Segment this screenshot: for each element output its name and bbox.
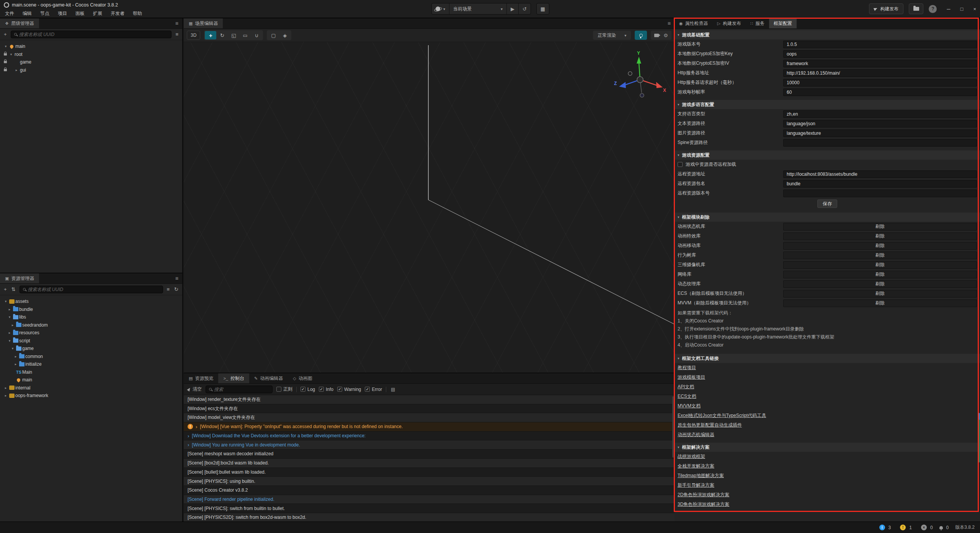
- hierarchy-search[interactable]: [11, 31, 172, 38]
- remove-module-button[interactable]: 剔除: [783, 242, 977, 250]
- field-input[interactable]: [783, 50, 977, 58]
- filter-icon[interactable]: ≡: [166, 286, 171, 292]
- asset-tree-row[interactable]: ▸ oops-framework: [0, 392, 182, 400]
- gear-icon[interactable]: ⚙: [663, 33, 668, 38]
- save-button[interactable]: 保存: [817, 199, 837, 208]
- play-button[interactable]: ▶: [507, 3, 519, 14]
- field-input[interactable]: [783, 170, 977, 178]
- solution-link[interactable]: 全栈开发解决方案: [678, 463, 714, 469]
- asset-tree-row[interactable]: TS Main: [0, 368, 182, 376]
- hierarchy-search-input[interactable]: [19, 32, 168, 37]
- remove-module-button[interactable]: 剔除: [783, 290, 977, 298]
- log-file-icon[interactable]: ▤: [391, 387, 395, 392]
- menu-item[interactable]: 节点: [36, 9, 54, 18]
- log-row[interactable]: [Scene] Forward render pipeline initiali…: [184, 495, 675, 504]
- chevron-icon[interactable]: ▸: [10, 323, 15, 327]
- chevron-icon[interactable]: ▸: [3, 394, 8, 397]
- doc-link[interactable]: 游戏模板项目: [678, 374, 705, 381]
- expand-icon[interactable]: ›: [196, 424, 197, 430]
- remove-module-button[interactable]: 剔除: [783, 232, 977, 240]
- regex-checkbox[interactable]: 正则: [276, 386, 292, 392]
- log-row[interactable]: [Window] model_view文件夹存在: [184, 413, 675, 422]
- assets-search-input[interactable]: [28, 287, 160, 292]
- rect-tool-button[interactable]: ▭: [239, 31, 251, 39]
- pivot-toggle-button[interactable]: ▢: [268, 31, 279, 39]
- warning-count-icon[interactable]: !: [900, 525, 906, 530]
- asset-tree-row[interactable]: ▾ assets: [0, 298, 182, 306]
- error-count-icon[interactable]: ×: [921, 525, 927, 530]
- field-input[interactable]: [783, 139, 977, 147]
- minimize-button[interactable]: ─: [947, 6, 950, 12]
- chevron-icon[interactable]: ▾: [3, 299, 8, 303]
- scale-tool-button[interactable]: ◱: [228, 31, 239, 39]
- menu-item[interactable]: 扩展: [89, 9, 106, 18]
- field-input[interactable]: [783, 190, 977, 197]
- log-row[interactable]: › [Window] You are running Vue in develo…: [184, 440, 675, 450]
- doc-link[interactable]: ECS文档: [678, 393, 696, 400]
- field-input[interactable]: [783, 129, 977, 137]
- tree-row-main[interactable]: ▾ main: [0, 43, 182, 51]
- chevron-icon[interactable]: ▸: [7, 331, 12, 335]
- chevron-icon[interactable]: ▾: [3, 44, 8, 48]
- remove-module-button[interactable]: 剔除: [783, 271, 977, 278]
- doc-link[interactable]: API文档: [678, 384, 694, 390]
- asset-tree-row[interactable]: ▸ common: [0, 353, 182, 361]
- sort-icon[interactable]: ⇅: [11, 286, 16, 292]
- doc-link[interactable]: MVVM文档: [678, 403, 701, 409]
- asset-tree-row[interactable]: ▾ script: [0, 337, 182, 345]
- solution-link[interactable]: 2D角色扮演游戏解决方案: [678, 492, 729, 498]
- help-button[interactable]: ?: [929, 5, 937, 13]
- field-input[interactable]: [783, 41, 977, 48]
- asset-tree-row[interactable]: ▸ seedrandom: [0, 321, 182, 329]
- tree-row-game[interactable]: game: [0, 58, 182, 66]
- log-row[interactable]: [Scene] [bullet]:bullet wasm lib loaded.: [184, 468, 675, 477]
- camera-icon[interactable]: [654, 34, 659, 37]
- assets-search[interactable]: [20, 286, 163, 293]
- field-input[interactable]: [783, 88, 977, 96]
- asset-tree-row[interactable]: main: [0, 376, 182, 384]
- remove-module-button[interactable]: 剔除: [783, 299, 977, 307]
- section-header-solutions[interactable]: ▾ 框架解决方案: [675, 443, 980, 452]
- inspector-tab[interactable]: ∷ 服务: [746, 18, 769, 28]
- inspector-tab[interactable]: ◉ 属性检查器: [675, 18, 713, 28]
- render-mode-select[interactable]: 正常渲染 ▾: [593, 31, 631, 40]
- scene-viewport[interactable]: Y X Z: [184, 42, 675, 373]
- remove-module-button[interactable]: 剔除: [783, 223, 977, 231]
- asset-tree-row[interactable]: ▸ resources: [0, 329, 182, 337]
- solution-link[interactable]: 3D角色扮演游戏解决方案: [678, 501, 729, 508]
- panel-menu-icon[interactable]: ≡: [172, 20, 182, 26]
- gizmo-tool-button[interactable]: ∪: [251, 31, 262, 39]
- field-input[interactable]: [783, 120, 977, 128]
- doc-link[interactable]: 教程项目: [678, 365, 696, 371]
- filter-info-checkbox[interactable]: ✓ Info: [319, 387, 333, 392]
- menu-item[interactable]: 项目: [54, 9, 71, 18]
- expand-icon[interactable]: ›: [188, 433, 189, 439]
- tree-row-root[interactable]: ▾ root: [0, 51, 182, 59]
- log-row[interactable]: ! › [Window] [Vue warn]: Property "onInp…: [184, 422, 675, 432]
- log-row[interactable]: [Scene] [PHYSICS2D]: switch from box2d-w…: [184, 513, 675, 522]
- section-header-resources[interactable]: ▾ 游戏资源配置: [675, 150, 980, 160]
- tab-hierarchy[interactable]: ❖ 层级管理器: [0, 18, 39, 28]
- solution-link[interactable]: Tiledmap地图解决方案: [678, 473, 724, 479]
- field-input[interactable]: [783, 110, 977, 118]
- scene-select[interactable]: 当前场景 ▾: [449, 3, 507, 14]
- console-tab[interactable]: ▤ 资源预览: [184, 373, 218, 383]
- console-tab[interactable]: ✎ 动画编辑器: [249, 373, 288, 383]
- console-tab[interactable]: ◇ 动画图: [288, 373, 317, 383]
- field-input[interactable]: [783, 180, 977, 188]
- field-input[interactable]: [783, 69, 977, 77]
- view-gizmo[interactable]: Y X Z: [613, 50, 667, 100]
- solution-link[interactable]: 新手引导解决方案: [678, 482, 714, 489]
- section-header-docs[interactable]: ▾ 框架文档工具链接: [675, 354, 980, 363]
- restart-button[interactable]: ↺: [519, 3, 531, 14]
- section-header-language[interactable]: ▾ 游戏多语言配置: [675, 100, 980, 109]
- field-input[interactable]: [783, 79, 977, 87]
- chevron-icon[interactable]: ▾: [8, 52, 14, 56]
- log-row[interactable]: [Scene] Cocos Creator v3.8.2: [184, 486, 675, 495]
- inspector-scrollbar[interactable]: [978, 413, 980, 463]
- build-publish-button[interactable]: 构建发布: [869, 3, 903, 14]
- close-button[interactable]: ×: [973, 6, 976, 12]
- lock-icon[interactable]: [4, 69, 7, 71]
- chevron-icon[interactable]: ▾: [10, 347, 15, 350]
- menu-item[interactable]: 开发者: [106, 9, 129, 18]
